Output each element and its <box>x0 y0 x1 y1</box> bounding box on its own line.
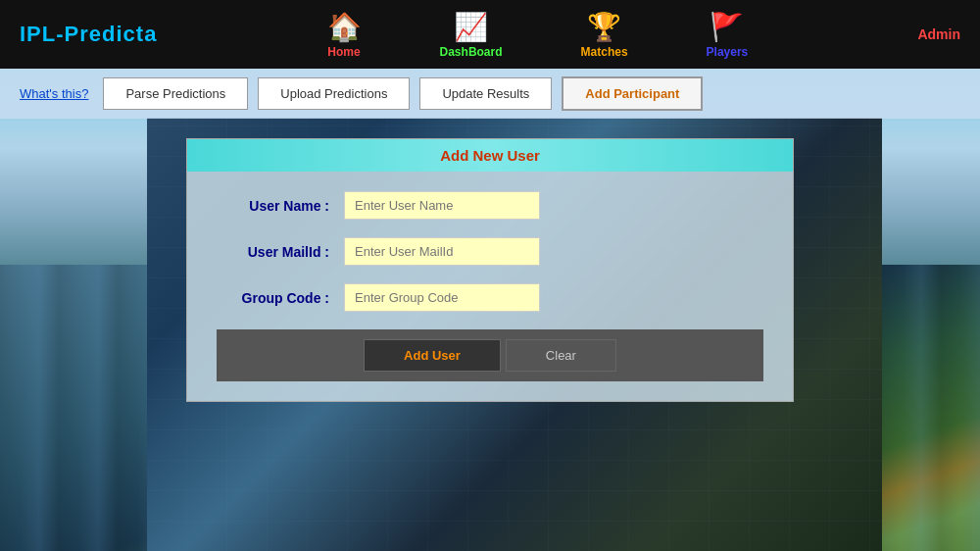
dashboard-icon: 📈 <box>454 11 488 43</box>
add-user-button[interactable]: Add User <box>364 339 501 372</box>
form-actions: Add User Clear <box>217 329 763 381</box>
update-results-button[interactable]: Update Results <box>419 77 552 110</box>
app-logo: IPL-Predicta <box>20 22 157 47</box>
nav-matches[interactable]: 🏆 Matches <box>581 11 628 59</box>
parse-predictions-button[interactable]: Parse Predictions <box>103 77 248 110</box>
toolbar: What's this? Parse Predictions Upload Pr… <box>0 69 980 119</box>
mailid-label: User MailId : <box>217 244 344 260</box>
upload-predictions-button[interactable]: Upload Predictions <box>258 77 410 110</box>
form-title: Add New User <box>187 139 793 172</box>
groupcode-input[interactable] <box>344 283 540 312</box>
players-label: Players <box>707 45 749 59</box>
username-label: User Name : <box>217 198 344 214</box>
groupcode-label: Group Code : <box>217 290 344 306</box>
add-user-form-card: Add New User User Name : User MailId : G… <box>186 138 794 402</box>
username-row: User Name : <box>217 191 763 220</box>
nav-home[interactable]: 🏠 Home <box>327 11 362 59</box>
username-input[interactable] <box>344 191 540 220</box>
matches-label: Matches <box>581 45 628 59</box>
form-body: User Name : User MailId : Group Code : A… <box>187 172 793 401</box>
home-icon: 🏠 <box>327 11 362 43</box>
nav-players[interactable]: 🚩 Players <box>707 11 749 59</box>
main-nav: 🏠 Home 📈 DashBoard 🏆 Matches 🚩 Players <box>157 11 917 59</box>
add-participant-button[interactable]: Add Participant <box>562 76 703 111</box>
clear-button[interactable]: Clear <box>506 339 616 372</box>
whats-this-link[interactable]: What's this? <box>20 86 88 101</box>
groupcode-row: Group Code : <box>217 283 763 312</box>
players-icon: 🚩 <box>710 11 744 43</box>
dashboard-label: DashBoard <box>440 45 503 59</box>
home-label: Home <box>327 45 360 59</box>
matches-icon: 🏆 <box>587 11 621 43</box>
mailid-row: User MailId : <box>217 237 763 266</box>
nav-dashboard[interactable]: 📈 DashBoard <box>440 11 503 59</box>
admin-label: Admin <box>917 26 960 42</box>
main-content: Add New User User Name : User MailId : G… <box>0 119 980 422</box>
mailid-input[interactable] <box>344 237 540 266</box>
header: IPL-Predicta 🏠 Home 📈 DashBoard 🏆 Matche… <box>0 0 980 69</box>
